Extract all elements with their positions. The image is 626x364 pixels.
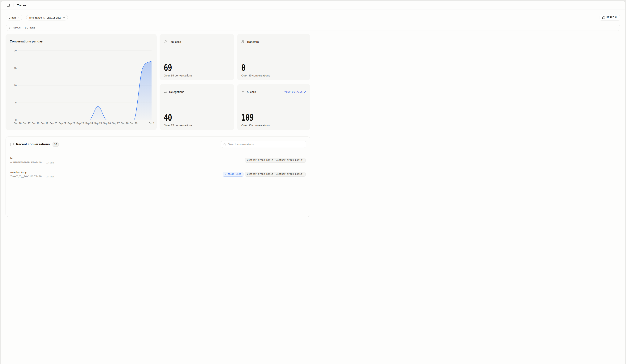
page-title: Traces xyxy=(17,4,26,7)
conversation-count-badge: 35 xyxy=(53,142,59,147)
svg-text:Oct 1: Oct 1 xyxy=(149,122,155,125)
meta-separator: · xyxy=(43,175,44,178)
top-bar: Traces xyxy=(1,1,313,10)
arrow-up-right-icon xyxy=(304,91,307,93)
svg-text:15: 15 xyxy=(14,67,17,69)
users-icon xyxy=(241,40,245,43)
stat-value: 0 xyxy=(241,63,264,72)
svg-text:Sep 21: Sep 21 xyxy=(59,122,66,125)
stat-title: Delegations xyxy=(169,90,184,93)
svg-text:5: 5 xyxy=(15,101,17,104)
view-select-label: Graph xyxy=(9,16,16,19)
svg-text:Sep 23: Sep 23 xyxy=(77,122,84,125)
conversations-per-day-chart: 05101520Sep 16Sep 17Sep 18Sep 19Sep 20Se… xyxy=(5,34,157,130)
stat-title: AI calls xyxy=(247,90,256,93)
transfers-card: Transfers 0 Over 35 conversations xyxy=(237,34,310,80)
svg-text:0: 0 xyxy=(15,119,17,121)
time-range-value: Last 15 days xyxy=(47,16,62,19)
svg-text:Sep 29: Sep 29 xyxy=(130,122,138,125)
stat-title: Transfers xyxy=(247,40,259,43)
search-input[interactable] xyxy=(221,141,306,148)
svg-text:Sep 18: Sep 18 xyxy=(32,122,39,125)
tool-calls-card: Tool calls 69 Over 35 conversations xyxy=(159,34,234,80)
chevron-right-icon xyxy=(9,27,11,29)
meta-separator: · xyxy=(43,161,44,164)
message-square-icon xyxy=(10,143,14,146)
chevron-down-icon xyxy=(17,16,20,19)
conversation-list: hi mqHZP2EGh9h9BpFEwEs40 · 1h ago Weathe… xyxy=(6,153,310,181)
tools-used-tag: 2 tools used xyxy=(223,172,243,177)
conversation-row[interactable]: hi mqHZP2EGh9h9BpFEwEs40 · 1h ago Weathe… xyxy=(6,153,310,167)
recent-conversations-card: Recent conversations 35 hi mqHZP2EGh9h9B… xyxy=(5,136,310,182)
time-range-field: Time range xyxy=(29,16,42,19)
svg-text:10: 10 xyxy=(14,84,17,87)
span-filters-label: SPAN FILTERS xyxy=(13,26,36,29)
time-range-operator: is xyxy=(43,16,45,19)
svg-text:Sep 20: Sep 20 xyxy=(50,122,57,125)
conversation-title: hi xyxy=(10,157,54,160)
ai-calls-card: AI calls VIEW DETAILS 109 Over 35 conver… xyxy=(237,84,310,130)
sparkles-icon xyxy=(241,90,245,93)
svg-text:Sep 24: Sep 24 xyxy=(85,122,93,125)
agent-tag: Weather graph basic (weather-graph-basic… xyxy=(245,172,306,177)
view-details-label: VIEW DETAILS xyxy=(284,91,303,93)
stat-subtitle: Over 35 conversations xyxy=(241,74,270,77)
traces-page: Traces Graph Time range is Last 15 days … xyxy=(1,1,313,182)
svg-text:Sep 26: Sep 26 xyxy=(103,122,111,125)
svg-text:Sep 17: Sep 17 xyxy=(23,122,31,125)
svg-text:Sep 28: Sep 28 xyxy=(121,122,129,125)
stat-subtitle: Over 35 conversations xyxy=(164,124,193,127)
stat-value: 40 xyxy=(164,113,187,122)
stat-title: Tool calls xyxy=(169,40,181,43)
stat-subtitle: Over 35 conversations xyxy=(241,124,270,127)
svg-text:Sep 25: Sep 25 xyxy=(94,122,102,125)
arrows-right-left-icon xyxy=(164,90,167,93)
conversation-time: 2h ago xyxy=(46,175,54,178)
time-range-filter-button[interactable]: Time range is Last 15 days xyxy=(26,15,68,20)
section-title: Recent conversations xyxy=(16,142,50,146)
conversation-time: 1h ago xyxy=(46,161,54,164)
search-container xyxy=(221,141,306,148)
view-details-link[interactable]: VIEW DETAILS xyxy=(284,91,307,93)
stat-value: 69 xyxy=(164,63,187,72)
span-filters-toggle[interactable]: SPAN FILTERS xyxy=(6,25,313,31)
stat-subtitle: Over 35 conversations xyxy=(164,74,193,77)
stat-value: 109 xyxy=(241,113,264,122)
svg-text:Sep 19: Sep 19 xyxy=(41,122,48,125)
conversation-id: ZVeWXgZy_Z6WltVd73s3G xyxy=(10,175,42,178)
conversation-row[interactable]: weather innyc ZVeWXgZy_Z6WltVd73s3G · 2h… xyxy=(6,167,310,181)
panel-left-icon xyxy=(7,4,10,7)
toolbar: Graph Time range is Last 15 days REFRESH xyxy=(6,15,313,20)
svg-text:Sep 22: Sep 22 xyxy=(68,122,75,125)
sidebar-toggle-button[interactable] xyxy=(5,3,11,8)
chevron-down-icon xyxy=(63,16,65,19)
conversation-id: mqHZP2EGh9h9BpFEwEs40 xyxy=(10,161,42,164)
delegations-card: Delegations 40 Over 35 conversations xyxy=(159,84,234,130)
conversations-chart-card: Conversations per day 05101520Sep 16Sep … xyxy=(5,34,157,130)
agent-tag: Weather graph basic (weather-graph-basic… xyxy=(245,158,306,163)
wrench-icon xyxy=(164,40,167,43)
svg-text:Sep 16: Sep 16 xyxy=(14,122,22,125)
svg-text:20: 20 xyxy=(14,49,17,52)
view-select-button[interactable]: Graph xyxy=(6,15,22,20)
svg-text:Sep 27: Sep 27 xyxy=(112,122,120,125)
conversation-title: weather innyc xyxy=(10,170,54,174)
